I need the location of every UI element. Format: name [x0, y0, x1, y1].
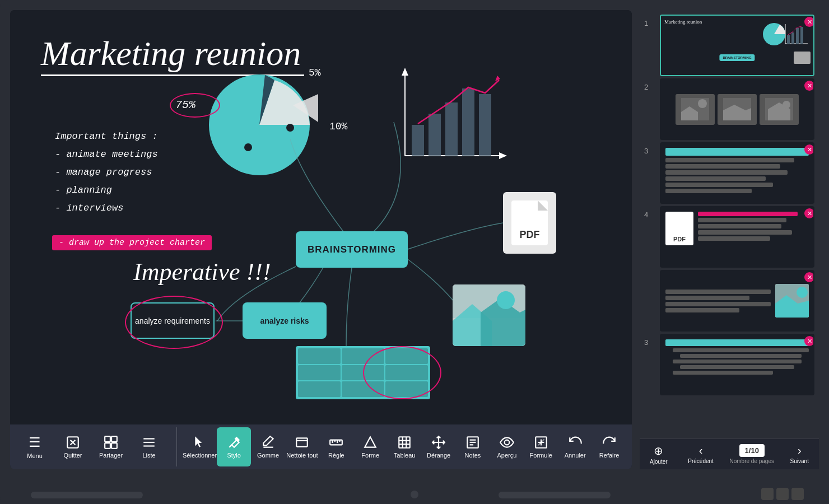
preview-label: Aperçu [497, 452, 516, 459]
svg-marker-39 [365, 437, 376, 447]
item-1: - animate meetings [55, 146, 158, 164]
slide-thumb-2[interactable]: ✕ [660, 78, 814, 140]
notes-tool[interactable]: Notes [456, 427, 490, 466]
formula-tool[interactable]: Formule [524, 427, 558, 466]
slides-list: 1 ✕ Marketing reunion [640, 10, 819, 438]
slide-close-6[interactable]: ✕ [804, 336, 814, 346]
list-button[interactable]: Liste [130, 427, 168, 466]
move-icon [431, 435, 446, 450]
prev-slide-button[interactable]: ‹ Précédent [683, 442, 718, 466]
svg-point-2 [286, 124, 294, 132]
highlight-item: - draw up the project charter [52, 235, 212, 250]
ruler-icon [329, 435, 343, 450]
brainstorming-node[interactable]: BRAINSTORMING [296, 231, 408, 268]
tv-btn-1[interactable] [761, 488, 774, 500]
image-node[interactable] [453, 284, 525, 346]
table-cell [298, 381, 341, 397]
next-slide-button[interactable]: › Suivant [786, 442, 813, 466]
eraser-label: Gomme [257, 452, 279, 459]
pdf-node[interactable]: PDF [503, 192, 556, 254]
slide-item-5[interactable]: 5 ✕ [644, 270, 814, 332]
slide-close-4[interactable]: ✕ [804, 208, 814, 218]
pen-icon [227, 435, 241, 450]
important-title: Important things : [55, 128, 158, 146]
slide-thumb-1[interactable]: ✕ Marketing reunion [660, 15, 814, 76]
tv-btn-2[interactable] [776, 488, 789, 500]
slide-thumb-5[interactable]: ✕ [660, 270, 814, 332]
ruler-tool[interactable]: Règle [319, 427, 353, 466]
slide-thumb-content-4: PDF [661, 207, 813, 267]
undo-tool[interactable]: Annuler [558, 427, 592, 466]
svg-rect-9 [445, 102, 458, 156]
table-ellipse [363, 346, 441, 399]
pen-tool[interactable]: Stylo [217, 427, 251, 466]
notes-label: Notes [465, 452, 481, 459]
tv-center-dot [411, 491, 418, 498]
slide-close-2[interactable]: ✕ [804, 81, 814, 91]
item-3: - planning [55, 181, 158, 199]
svg-rect-10 [462, 88, 474, 156]
pdf-label: PDF [520, 229, 540, 241]
share-button[interactable]: Partager [92, 427, 130, 466]
page-count-label: Nombre de pages [730, 458, 775, 464]
table-label: Tableau [394, 452, 416, 459]
redo-tool[interactable]: Refaire [592, 427, 626, 466]
slide-close-1[interactable]: ✕ [804, 17, 814, 27]
slide-item-2[interactable]: 2 ✕ [644, 78, 814, 140]
pie-label-10: 10% [329, 121, 347, 132]
select-tool[interactable]: Sélectionner [183, 427, 217, 466]
eraser-tool[interactable]: Gomme [251, 427, 285, 466]
main-screen: Marketing reunion Important things : - a… [10, 10, 632, 469]
tv-speaker-left [31, 492, 143, 498]
page-indicator: 1/10 [739, 444, 765, 457]
svg-rect-23 [111, 436, 117, 442]
slide-thumb-6[interactable]: ✕ [660, 334, 814, 395]
slide-number-6: 3 [644, 334, 655, 347]
shape-label: Forme [361, 452, 379, 459]
slide-thumb-content-1: Marketing reunion [661, 16, 813, 75]
ruler-label: Règle [328, 452, 344, 459]
analyze-risks-node[interactable]: analyze risks [243, 302, 327, 339]
tv-btn-3[interactable] [791, 488, 804, 500]
slide-close-3[interactable]: ✕ [804, 144, 814, 155]
svg-line-29 [229, 445, 231, 447]
add-label: Ajouter [650, 459, 668, 465]
slide-thumb-4[interactable]: ✕ PDF [660, 206, 814, 268]
pen-label: Stylo [227, 452, 240, 459]
list-icon [142, 435, 156, 450]
slide-item-3[interactable]: 3 ✕ [644, 142, 814, 204]
table-cell [298, 365, 341, 381]
table-icon [397, 435, 412, 450]
clear-label: Nettoie tout [286, 452, 318, 459]
clear-tool[interactable]: Nettoie tout [285, 427, 319, 466]
share-icon [104, 435, 118, 450]
pie-label-5: 5% [309, 67, 321, 78]
slide-item-4[interactable]: 4 ✕ PDF [644, 206, 814, 268]
next-label: Suivant [790, 458, 809, 464]
toolbar-left-group: ☰ Menu Quitter Partager [16, 427, 177, 466]
canvas-area[interactable]: Marketing reunion Important things : - a… [10, 10, 632, 413]
slide-item-1[interactable]: 1 ✕ Marketing reunion [644, 15, 814, 76]
add-slide-button[interactable]: ⊕ Ajouter [645, 442, 672, 467]
share-label: Partager [99, 452, 123, 459]
table-tool[interactable]: Tableau [388, 427, 422, 466]
quit-label: Quitter [63, 452, 82, 459]
menu-button[interactable]: ☰ Menu [16, 427, 54, 466]
slide-thumb-3[interactable]: ✕ [660, 142, 814, 204]
move-tool[interactable]: Dérange [422, 427, 456, 466]
slide-number-2: 2 [644, 78, 655, 91]
svg-rect-8 [429, 114, 441, 156]
menu-icon: ☰ [29, 435, 41, 450]
preview-tool[interactable]: Aperçu [490, 427, 524, 466]
quit-button[interactable]: Quitter [54, 427, 92, 466]
list-label: Liste [142, 452, 155, 459]
shape-tool[interactable]: Forme [353, 427, 388, 466]
slide-item-6[interactable]: 3 ✕ [644, 334, 814, 395]
slide-number-3: 3 [644, 142, 655, 155]
analyze-req-ellipse [125, 296, 223, 349]
right-panel: 1 ✕ Marketing reunion [640, 10, 819, 469]
add-icon: ⊕ [654, 444, 663, 458]
slide-close-5[interactable]: ✕ [804, 272, 814, 282]
important-things: Important things : - animate meetings - … [55, 128, 158, 217]
bar-chart [394, 63, 511, 178]
